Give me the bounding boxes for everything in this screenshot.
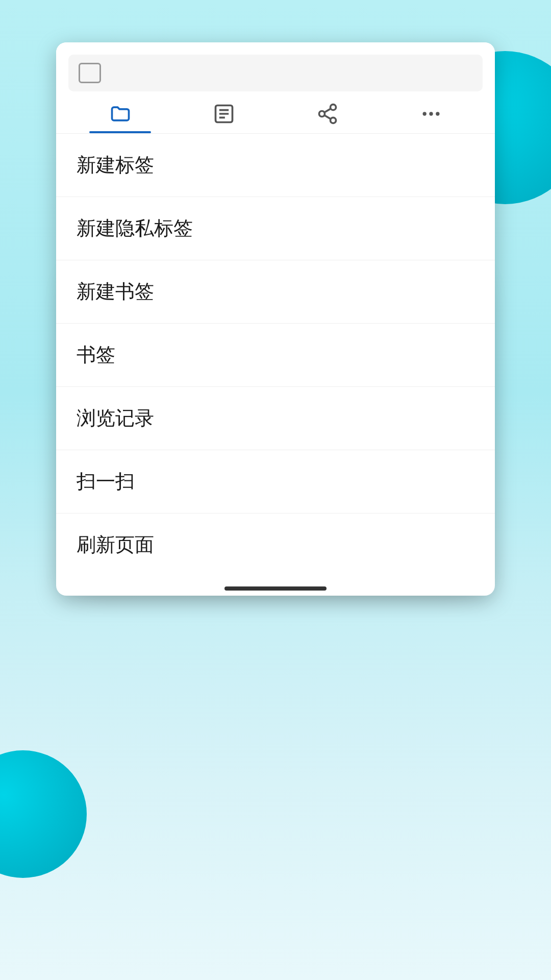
menu-item-bookmarks[interactable]: 书签 — [56, 324, 495, 387]
reader-mode-button[interactable] — [172, 91, 276, 133]
svg-point-11 — [436, 112, 439, 115]
menu-item-new-private-tab[interactable]: 新建隐私标签 — [56, 197, 495, 260]
popup-sheet: 新建标签 新建隐私标签 新建书签 书签 浏览记录 扫一扫 刷新页面 — [56, 42, 495, 596]
share-icon — [316, 103, 339, 125]
tab-icons-row — [56, 91, 495, 134]
url-bar-area — [56, 42, 495, 91]
main-content: 保护隐私 无广告、不记录、不共享、不追踪 用户数据 太太脑木浏览器 ‹ › 0 … — [0, 0, 551, 575]
url-bar[interactable] — [68, 55, 483, 91]
menu-item-history[interactable]: 浏览记录 — [56, 387, 495, 450]
svg-point-4 — [330, 105, 336, 110]
more-dots-icon — [420, 103, 442, 125]
menu-list: 新建标签 新建隐私标签 新建书签 书签 浏览记录 扫一扫 刷新页面 — [56, 134, 495, 576]
svg-point-10 — [429, 112, 433, 115]
share-button[interactable] — [276, 91, 379, 133]
svg-line-7 — [324, 115, 331, 119]
menu-item-refresh[interactable]: 刷新页面 — [56, 513, 495, 576]
home-bar — [224, 586, 327, 591]
browser-container: 太太脑木浏览器 ‹ › 0 0 ⋮ — [77, 269, 474, 575]
menu-item-new-tab[interactable]: 新建标签 — [56, 134, 495, 197]
svg-point-5 — [319, 111, 324, 117]
svg-point-9 — [422, 112, 426, 115]
menu-item-new-bookmark[interactable]: 新建书签 — [56, 260, 495, 324]
tab-square-icon — [79, 63, 101, 83]
reader-icon — [213, 103, 235, 125]
menu-item-scan[interactable]: 扫一扫 — [56, 450, 495, 513]
folder-icon — [109, 103, 132, 125]
more-tab-button[interactable] — [379, 91, 483, 133]
svg-line-8 — [324, 109, 331, 112]
tabs-panel-button[interactable] — [68, 91, 172, 133]
svg-point-6 — [330, 117, 336, 123]
